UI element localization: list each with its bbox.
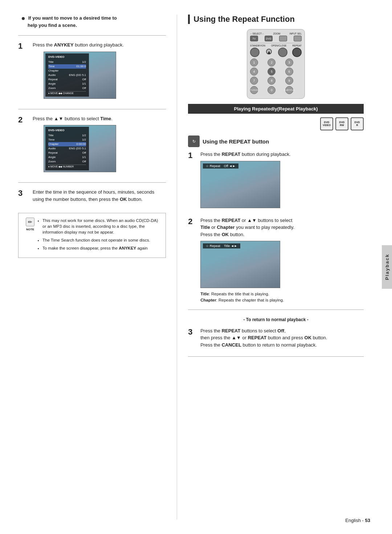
dvd-button[interactable]: DVD [265, 36, 273, 41]
r-step3-arrows: ▲▼ [232, 335, 241, 340]
step2-arrows: ▲▼ [54, 116, 64, 121]
num-5-button[interactable]: 5 [268, 68, 275, 76]
right-step-3: 3 Press the REPEAT buttons to select Off… [188, 327, 364, 351]
num-6-button[interactable]: 6 [285, 68, 293, 76]
step-number-1: 1 [18, 41, 29, 51]
r-step3-text2: buttons to select [240, 328, 277, 333]
repeat-osd-1: ☆ Repeat Off ◄► [203, 163, 238, 169]
num-9-button[interactable]: 9 [285, 77, 293, 85]
r-step2-text6: Press the [200, 232, 222, 237]
page-footer: English - 53 [345, 518, 370, 523]
caption-title-label: Title [200, 292, 209, 296]
r-step3-text6: button and press [266, 335, 304, 340]
r-step3-text7: button. [311, 335, 327, 340]
r-step3-bold4: OK [305, 335, 312, 340]
repeat-banner: Playing Repeatedly(Repeat Playback) [188, 104, 364, 114]
num-0-button[interactable]: 0 [268, 86, 275, 94]
zoom-button[interactable] [279, 36, 287, 41]
r-step3-bold5: CANCEL [222, 342, 241, 348]
right-divider-2 [188, 356, 364, 357]
bullet-intro: If you want to move to a desired time to… [18, 15, 166, 29]
r-step3-bold2: Off [277, 328, 284, 333]
num-3-button[interactable]: 3 [285, 58, 293, 66]
step-number-3: 3 [18, 189, 29, 198]
osd-overlay-1: DVD-VIDEO Title1/2 Time01:00:0 Chapter A… [45, 53, 89, 97]
step1-text1: Press the [33, 42, 54, 48]
r-step3-text4: then press the [200, 335, 232, 340]
num-4-button[interactable]: 4 [250, 68, 258, 76]
anykey-bold: ANYKEY [119, 246, 136, 250]
num-2-button[interactable]: 2 [268, 58, 275, 66]
remote-power-row: ▲ [250, 48, 302, 57]
remote-standby-labels: STANDBY/ON OPEN/CLOSE REPEAT [250, 44, 302, 47]
remote-top-labels: ←SELECT→ ZOOM INPUT SEL [250, 32, 302, 35]
bullet-line2: help you find a scene. [28, 23, 77, 28]
r-step3-bold1: REPEAT [222, 328, 241, 333]
divider-3 [18, 182, 166, 183]
step2-text2: buttons to select [63, 116, 100, 121]
caption-area: Title: Repeats the title that is playing… [200, 291, 364, 304]
left-step-2: 2 Press the ▲▼ buttons to select Time. D… [18, 115, 166, 175]
r-step2-text5: you want to play repeatedly. [235, 224, 295, 230]
disc-icons-row: DVDVIDEO DVDRW DVDR [188, 117, 364, 130]
r-step1-text2: button during playback. [240, 151, 290, 157]
repeat-button[interactable] [292, 48, 302, 57]
step3-bold1: OK [120, 197, 127, 202]
bullet-line1: If you want to move to a desired time to [28, 15, 117, 21]
r-step2-text3: buttons to select [257, 218, 292, 223]
remote-bottom-grid: TV/DVD 0 SUBTITLE [250, 86, 302, 94]
r-step2-text1: Press the [200, 218, 222, 223]
note-item-2: The Time Search function does not operat… [42, 237, 161, 243]
right-step-1: 1 Press the REPEAT button during playbac… [188, 151, 364, 211]
repeat-osd-2: ☆ Repeat Title ◄► [203, 243, 240, 248]
right-step-2: 2 Press the REPEAT or ▲▼ buttons to sele… [188, 217, 364, 304]
repeat-icon: ↻ [188, 135, 200, 147]
dvd-r-badge: DVDR [351, 117, 364, 130]
sub-section-repeat: ↻ Using the REPEAT button [188, 135, 364, 147]
dvd-screen-1: DVD-VIDEO Title1/2 Time01:00:0 Chapter A… [44, 52, 116, 99]
r-step-1-content: Press the REPEAT button during playback.… [200, 151, 364, 211]
r-step-2-content: Press the REPEAT or ▲▼ buttons to select… [200, 217, 364, 304]
dvd-screen-2: DVD-VIDEO Title1/2 Time1/2 Chapter0:00:0… [44, 125, 116, 172]
step1-bold1: ANYKEY [54, 42, 74, 48]
power-button[interactable] [250, 48, 260, 57]
step2-text1: Press the [33, 116, 54, 121]
r-step2-text4: or [210, 224, 217, 230]
tv-button[interactable]: TV [250, 36, 258, 41]
page-number: 53 [365, 518, 370, 523]
r-step-3-content: Press the REPEAT buttons to select Off, … [200, 327, 364, 351]
page-language: English [345, 518, 361, 523]
num-7-button[interactable]: 7 [250, 77, 258, 85]
tvdvd-button[interactable]: TV/DVD [250, 86, 258, 94]
step1-text2: button during playback. [74, 42, 124, 48]
step-2-content: Press the ▲▼ buttons to select Time. DVD… [33, 115, 166, 175]
repeat-screen-1: ☆ Repeat Off ◄► [200, 161, 280, 208]
up-arrow-button[interactable]: ▲ [266, 49, 272, 54]
r-step2-bold1: REPEAT [222, 218, 241, 223]
sidebar-tab: Playback [382, 245, 392, 289]
inputsel-button[interactable] [294, 36, 302, 41]
num-8-button[interactable]: 8 [268, 77, 275, 85]
r-step-number-1: 1 [188, 151, 197, 160]
remote-control: ←SELECT→ ZOOM INPUT SEL TV DVD STANDBY/O… [247, 29, 305, 99]
r-step2-arrows: ▲▼ [247, 218, 257, 223]
left-step-3: 3 Enter the time in the sequence of hour… [18, 189, 166, 206]
divider-2 [18, 109, 166, 109]
r-step-number-2: 2 [188, 217, 197, 226]
right-column: Using the Repeat Function ←SELECT→ ZOOM … [177, 15, 364, 519]
left-column: If you want to move to a desired time to… [18, 15, 177, 519]
repeat-title-2: Title ◄► [224, 244, 237, 248]
subtitle-button[interactable]: SUBTITLE [285, 86, 293, 94]
remote-tv-dvd-row: TV DVD [250, 36, 302, 41]
caption-chapter-text: : Repeats the chapter that is playing. [216, 298, 284, 302]
repeat-off-1: Off ◄► [224, 164, 236, 168]
open-close-button[interactable] [278, 48, 287, 57]
pencil-icon: ✏ [26, 218, 34, 226]
caption-title-text: : Repeats the title that is playing. [209, 292, 269, 296]
caption-chapter-label: Chapter [200, 298, 216, 302]
num-1-button[interactable]: 1 [250, 58, 258, 66]
section-title: Using the Repeat Function [188, 15, 364, 24]
repeat-screen-2: ☆ Repeat Title ◄► [200, 241, 280, 288]
r-step2-text7: button. [229, 232, 244, 237]
repeat-label-2: ☆ Repeat [206, 244, 220, 248]
